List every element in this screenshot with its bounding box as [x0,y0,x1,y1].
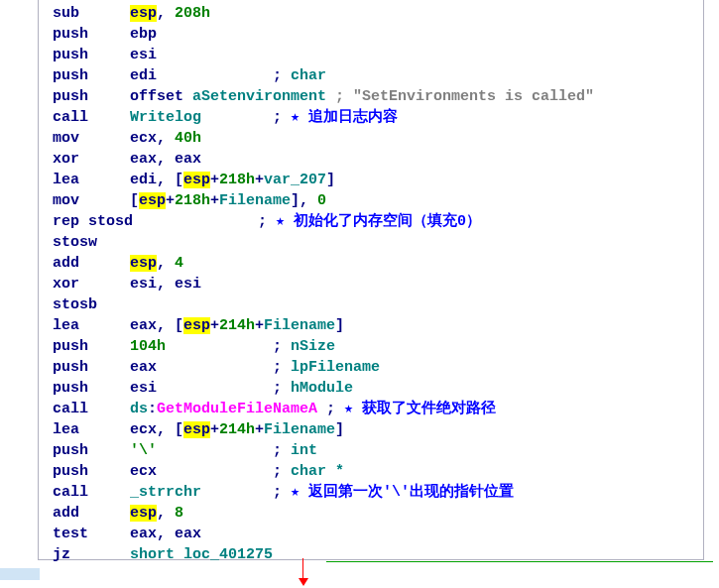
asm-line[interactable]: push'\' ; int [53,440,703,461]
asm-line[interactable]: push104h ; nSize [53,336,703,357]
asm-line[interactable]: leaecx, [esp+214h+Filename] [53,419,703,440]
asm-line[interactable]: movecx, 40h [53,128,703,149]
flow-arrows [302,558,650,588]
asm-line[interactable]: leaedi, [esp+218h+var_207] [53,170,703,190]
graph-overview-strip [0,568,40,580]
arrow-true-branch [326,561,713,562]
arrow-false-branch [302,558,303,580]
asm-line[interactable]: rep stosd ; ★ 初始化了内存空间（填充0） [53,211,703,232]
asm-line[interactable]: callWritelog ; ★ 追加日志内容 [53,107,703,128]
asm-line[interactable]: pushedi ; char [53,65,703,86]
asm-line[interactable]: pushesi [53,45,703,65]
asm-line[interactable]: pushesi ; hModule [53,378,703,399]
asm-line[interactable]: pushecx ; char * [53,461,703,482]
code-view[interactable]: subesp, 208hpushebppushesipushedi ; char… [53,3,703,565]
asm-line[interactable]: xoreax, eax [53,149,703,170]
asm-line[interactable]: addesp, 4 [53,253,703,274]
asm-line[interactable]: mov[esp+218h+Filename], 0 [53,190,703,211]
asm-line[interactable]: pushebp [53,24,703,45]
asm-line[interactable]: call_strrchr ; ★ 返回第一次'\'出现的指针位置 [53,482,703,503]
asm-line[interactable]: xoresi, esi [53,274,703,294]
disassembly-block: subesp, 208hpushebppushesipushedi ; char… [38,0,704,560]
asm-line[interactable]: testeax, eax [53,524,703,544]
asm-line[interactable]: addesp, 8 [53,503,703,524]
asm-line[interactable]: stosw [53,232,703,253]
asm-line[interactable]: pushoffset aSetenvironment ; "SetEnviron… [53,86,703,107]
asm-line[interactable]: leaeax, [esp+214h+Filename] [53,315,703,336]
arrow-head-icon [299,578,308,586]
asm-line[interactable]: callds:GetModuleFileNameA ; ★ 获取了文件绝对路径 [53,399,703,419]
asm-line[interactable]: subesp, 208h [53,3,703,24]
asm-line[interactable]: stosb [53,294,703,315]
asm-line[interactable]: pusheax ; lpFilename [53,357,703,378]
